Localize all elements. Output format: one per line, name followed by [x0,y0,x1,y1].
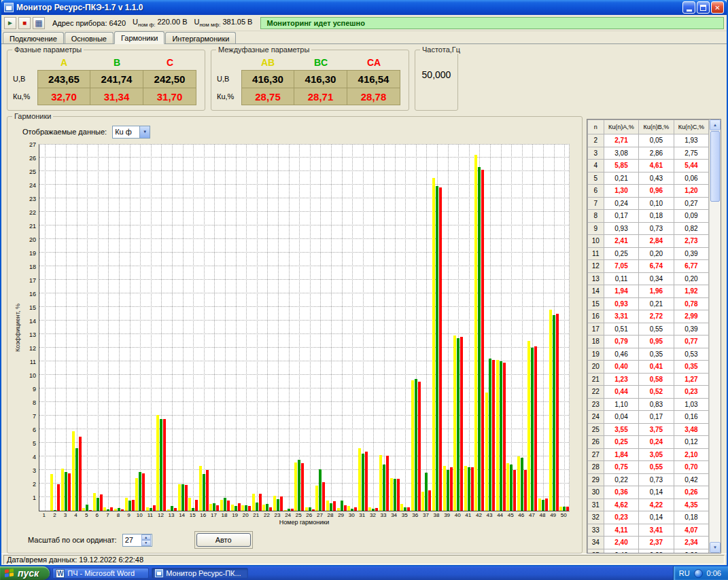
scrollbar-track[interactable] [710,202,721,542]
table-row[interactable]: 61,300,961,20 [587,185,708,198]
table-row[interactable]: 231,100,831,03 [587,398,708,411]
table-row[interactable]: 190,460,350,53 [587,348,708,361]
table-row[interactable]: 280,750,550,70 [587,461,708,474]
x-tick-label: 36 [410,512,421,518]
bar-b-23 [277,499,279,511]
table-row[interactable]: 127,056,746,77 [587,260,708,273]
tab-interharmonics[interactable]: Интергармоники [165,32,236,43]
start-monitoring-button[interactable]: ► [4,17,16,29]
bar-b-33 [383,465,385,511]
play-icon: ► [7,19,14,26]
spinner-up-button[interactable]: ▲ [141,534,151,541]
taskbar-item-monitor[interactable]: Монитор Ресурс-ПК... [152,568,248,579]
scrollbar-down-button[interactable]: ▼ [710,542,721,553]
start-button[interactable]: пуск [0,566,50,580]
table-row[interactable]: 253,553,753,48 [587,423,708,436]
table-row[interactable]: 102,412,842,73 [587,235,708,248]
ku-a-cell: 0,93 [604,297,638,310]
taskbar-item-word[interactable]: W ПЧ - Microsoft Word [52,568,149,579]
tray-status-icon[interactable] [694,569,703,578]
y-tick-label: 4 [33,454,36,460]
table-row[interactable]: 80,170,180,09 [587,210,708,223]
ku-a-cell: 1,84 [604,448,638,461]
tab-harmonics[interactable]: Гармоники [114,31,164,44]
y-tick-label: 1 [33,494,36,501]
bar-b-48 [542,500,544,511]
table-row[interactable]: 290,220,730,42 [587,473,708,486]
table-scrollbar[interactable]: ▲ ▼ [709,120,721,553]
table-row[interactable]: 22,710,051,93 [587,134,708,147]
displayed-data-combo[interactable]: Кu ф ▼ [112,126,150,139]
table-row[interactable]: 271,843,052,10 [587,448,708,461]
bar-c-37 [428,490,431,511]
bar-c-23 [280,496,283,511]
table-row[interactable]: 70,240,100,27 [587,197,708,210]
table-row[interactable]: 314,624,224,35 [587,499,708,511]
table-row[interactable]: 240,040,170,16 [587,411,708,424]
close-button[interactable]: ✕ [711,1,724,14]
bar-group-24 [283,145,294,511]
y-tick-label: 11 [30,359,36,365]
bar-group-31 [358,145,368,511]
spinner-down-button[interactable]: ▼ [141,540,151,546]
table-row[interactable]: 33,082,862,75 [587,147,708,160]
tab-basic[interactable]: Основные [65,32,114,43]
bar-c-43 [492,360,495,511]
bar-group-37 [421,145,432,511]
ku-b-cell: 3,05 [639,448,674,461]
table-row[interactable]: 320,230,140,18 [587,511,708,524]
bar-c-10 [142,473,145,511]
bar-a-36 [411,380,414,511]
table-row[interactable]: 300,360,140,26 [587,486,708,499]
tab-connection[interactable]: Подключение [3,32,64,43]
title-bar: Монитор Ресурс-ПКЭ-1.7 v 1.1.0 ✕ [1,0,727,15]
table-row[interactable]: 130,110,340,20 [587,272,708,285]
scale-input[interactable] [123,534,141,546]
table-row[interactable]: 90,930,730,82 [587,222,708,235]
table-row[interactable]: 200,400,410,35 [587,361,708,374]
ku-c-cell: 0,70 [674,461,708,474]
stop-monitoring-button[interactable]: ■ [18,17,31,29]
table-row[interactable]: 141,941,961,92 [587,285,708,298]
table-row[interactable]: 260,250,240,12 [587,436,708,449]
bar-group-27 [315,145,326,511]
save-button[interactable]: ▦ [33,17,45,29]
table-row[interactable]: 163,312,722,99 [587,310,708,323]
x-tick-label: 17 [209,512,220,518]
table-row[interactable]: 334,113,414,07 [587,524,708,537]
table-row[interactable]: 45,854,615,44 [587,160,708,173]
bar-a-7 [103,507,106,511]
bar-a-45 [506,463,509,511]
bar-b-24 [288,509,290,511]
bar-c-34 [397,479,400,511]
ku-a-cell: 0,75 [604,461,638,474]
table-row[interactable]: 180,790,950,77 [587,336,708,348]
table-row[interactable]: 220,440,520,23 [587,386,708,399]
minimize-button[interactable] [682,1,695,14]
scrollbar-thumb[interactable] [710,131,720,202]
table-row[interactable]: 150,930,210,78 [587,297,708,310]
bar-a-18 [220,500,223,511]
combo-dropdown-icon[interactable]: ▼ [139,126,150,138]
table-row[interactable]: 170,510,550,39 [587,323,708,336]
phase-u-b-value: 241,74 [90,70,143,88]
ku-b-cell: 0,83 [639,398,674,411]
table-row[interactable]: 110,250,200,39 [587,247,708,260]
bar-a-25 [294,463,297,511]
bar-b-28 [330,503,332,511]
interphase-ku-row-label: Кu,% [217,88,241,105]
x-tick-label: 3 [60,512,71,518]
language-indicator[interactable]: RU [679,569,690,577]
table-row[interactable]: 50,210,430,06 [587,172,708,185]
ku-a-cell: 0,04 [604,411,638,424]
bar-b-20 [245,505,247,511]
x-tick-label: 29 [336,512,347,518]
table-row[interactable]: 350,490,230,26 [587,549,708,554]
maximize-button[interactable] [697,1,710,14]
table-row[interactable]: 211,230,581,27 [587,373,708,386]
table-row[interactable]: 342,402,372,34 [587,537,708,549]
ku-c-cell: 0,16 [674,411,708,424]
auto-scale-button[interactable]: Авто [196,533,251,547]
bar-b-39 [447,470,449,511]
scrollbar-up-button[interactable]: ▲ [710,120,721,130]
